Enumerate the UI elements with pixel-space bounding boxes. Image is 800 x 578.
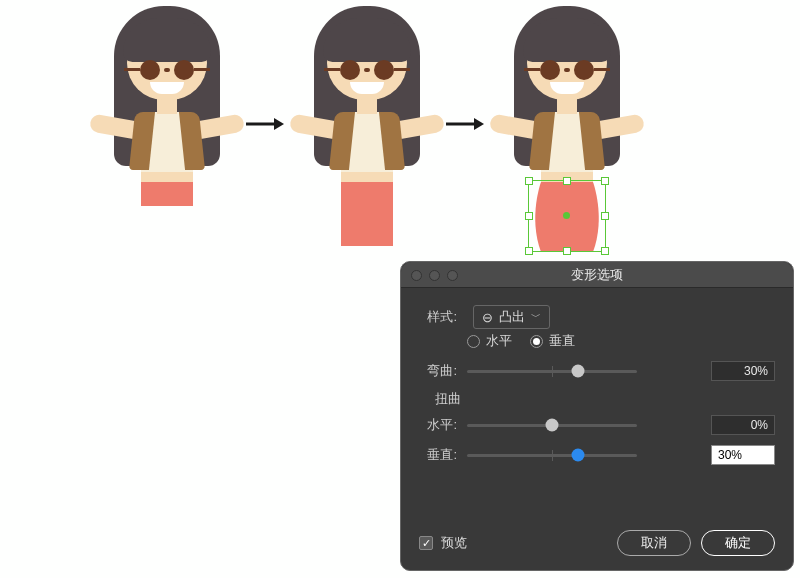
distortion-section-label: 扭曲 — [435, 390, 775, 408]
dist-h-label: 水平: — [419, 416, 457, 434]
svg-marker-1 — [274, 118, 284, 130]
dist-h-slider[interactable] — [467, 413, 701, 437]
dist-h-value[interactable]: 0% — [711, 415, 775, 435]
skirt-bulge-selected[interactable] — [528, 182, 606, 256]
chevron-down-icon: ﹀ — [531, 310, 541, 324]
bulge-icon: ⊖ — [482, 310, 493, 325]
skirt-long-rect — [341, 182, 393, 246]
skirt-short — [141, 182, 193, 206]
preview-checkbox[interactable] — [419, 536, 433, 550]
character-stage-2 — [302, 6, 432, 256]
window-traffic-lights[interactable] — [411, 270, 458, 281]
bend-slider[interactable] — [467, 359, 701, 383]
style-select[interactable]: ⊖ 凸出 ﹀ — [473, 305, 550, 329]
dist-v-value[interactable]: 30% — [711, 445, 775, 465]
dialog-titlebar[interactable]: 变形选项 — [401, 262, 793, 288]
arrow-icon — [246, 116, 284, 132]
orientation-vertical-radio[interactable]: 垂直 — [530, 332, 575, 350]
dist-v-slider[interactable] — [467, 443, 701, 467]
style-label: 样式: — [419, 308, 457, 326]
dialog-title: 变形选项 — [571, 266, 623, 284]
cancel-button[interactable]: 取消 — [617, 530, 691, 556]
warp-options-dialog: 变形选项 样式: ⊖ 凸出 ﹀ 水平 垂直 弯曲: 30% 扭曲 — [400, 261, 794, 571]
ok-button[interactable]: 确定 — [701, 530, 775, 556]
svg-marker-3 — [474, 118, 484, 130]
arrow-icon — [446, 116, 484, 132]
dist-v-label: 垂直: — [419, 446, 457, 464]
character-stage-3 — [502, 6, 632, 256]
bend-label: 弯曲: — [419, 362, 457, 380]
bend-value[interactable]: 30% — [711, 361, 775, 381]
character-stage-1 — [102, 6, 232, 216]
orientation-horizontal-radio[interactable]: 水平 — [467, 332, 512, 350]
preview-label: 预览 — [441, 534, 467, 552]
